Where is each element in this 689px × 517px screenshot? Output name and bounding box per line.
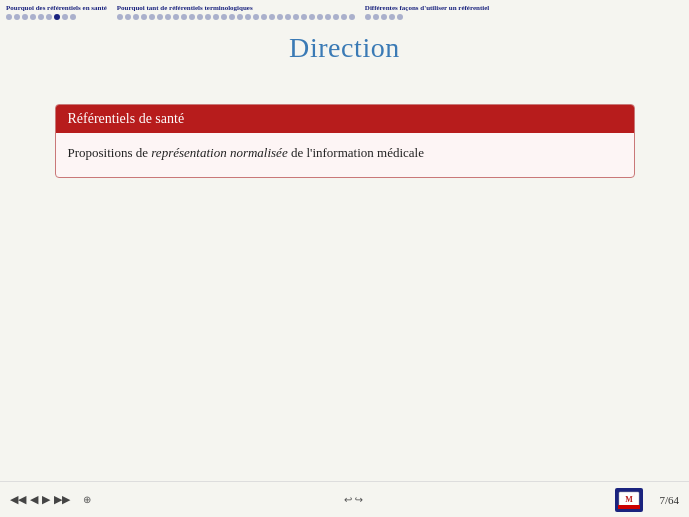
dot	[117, 14, 123, 20]
dot	[6, 14, 12, 20]
dot	[253, 14, 259, 20]
dot	[213, 14, 219, 20]
dot	[149, 14, 155, 20]
dot	[277, 14, 283, 20]
nav-section-1-title: Pourquoi des référentiels en santé	[6, 4, 107, 12]
nav-dots-3	[365, 14, 489, 20]
page-number: 7/64	[659, 494, 679, 506]
logo-box: M	[615, 488, 643, 512]
dot	[22, 14, 28, 20]
card-body-after: de l'information médicale	[288, 145, 424, 160]
dot	[341, 14, 347, 20]
bottom-bar: ◀◀ ◀ ▶ ▶▶ ⊕ ↩ ↩ M 7/64	[0, 481, 689, 517]
dot	[141, 14, 147, 20]
nav-last-button[interactable]: ▶▶	[54, 493, 70, 506]
card-body-italic: représentation normalisée	[151, 145, 287, 160]
dot	[397, 14, 403, 20]
nav-section-1: Pourquoi des référentiels en santé	[6, 4, 107, 20]
dot	[349, 14, 355, 20]
dot	[373, 14, 379, 20]
dot	[70, 14, 76, 20]
dot	[157, 14, 163, 20]
nav-dots-2	[117, 14, 355, 20]
dot	[381, 14, 387, 20]
nav-section-2-title: Pourquoi tant de référentiels terminolog…	[117, 4, 297, 12]
dot	[189, 14, 195, 20]
dot	[62, 14, 68, 20]
card-body: Propositions de représentation normalisé…	[56, 133, 634, 177]
bottom-nav-icons: ◀◀ ◀ ▶ ▶▶ ⊕	[10, 493, 91, 506]
dot	[46, 14, 52, 20]
nav-section-3: Différentes façons d'utiliser un référen…	[365, 4, 489, 20]
card-body-before: Propositions de	[68, 145, 152, 160]
dot	[245, 14, 251, 20]
dot	[333, 14, 339, 20]
dot	[165, 14, 171, 20]
dot	[221, 14, 227, 20]
redo-icon[interactable]: ↩	[355, 494, 363, 505]
dot	[173, 14, 179, 20]
nav-section-2: Pourquoi tant de référentiels terminolog…	[117, 4, 355, 20]
dot	[301, 14, 307, 20]
dot	[133, 14, 139, 20]
top-nav: Pourquoi des référentiels en santé Pourq…	[0, 0, 689, 22]
dot	[293, 14, 299, 20]
dot	[237, 14, 243, 20]
main-content: Direction Référentiels de santé Proposit…	[0, 32, 689, 178]
dot	[229, 14, 235, 20]
nav-next-button[interactable]: ▶	[42, 493, 50, 506]
svg-rect-2	[618, 505, 640, 509]
dot	[309, 14, 315, 20]
dot	[365, 14, 371, 20]
dot	[197, 14, 203, 20]
slide-title: Direction	[289, 32, 400, 64]
card-header: Référentiels de santé	[56, 105, 634, 133]
undo-icon[interactable]: ↩	[344, 494, 352, 505]
svg-text:M: M	[626, 495, 634, 504]
logo-area: M 7/64	[615, 488, 679, 512]
dot	[205, 14, 211, 20]
dot	[389, 14, 395, 20]
nav-prev-button[interactable]: ◀	[30, 493, 38, 506]
nav-dots-1	[6, 14, 107, 20]
dot	[125, 14, 131, 20]
dot	[317, 14, 323, 20]
dot	[38, 14, 44, 20]
dot	[261, 14, 267, 20]
nav-first-button[interactable]: ◀◀	[10, 493, 26, 506]
dot	[325, 14, 331, 20]
undo-redo-icons: ↩ ↩	[344, 494, 363, 505]
dot	[285, 14, 291, 20]
dot	[269, 14, 275, 20]
slide-card: Référentiels de santé Propositions de re…	[55, 104, 635, 178]
dot	[30, 14, 36, 20]
zoom-icon: ⊕	[83, 494, 91, 505]
dot-active	[54, 14, 60, 20]
dot	[181, 14, 187, 20]
nav-section-3-title: Différentes façons d'utiliser un référen…	[365, 4, 489, 12]
dot	[14, 14, 20, 20]
